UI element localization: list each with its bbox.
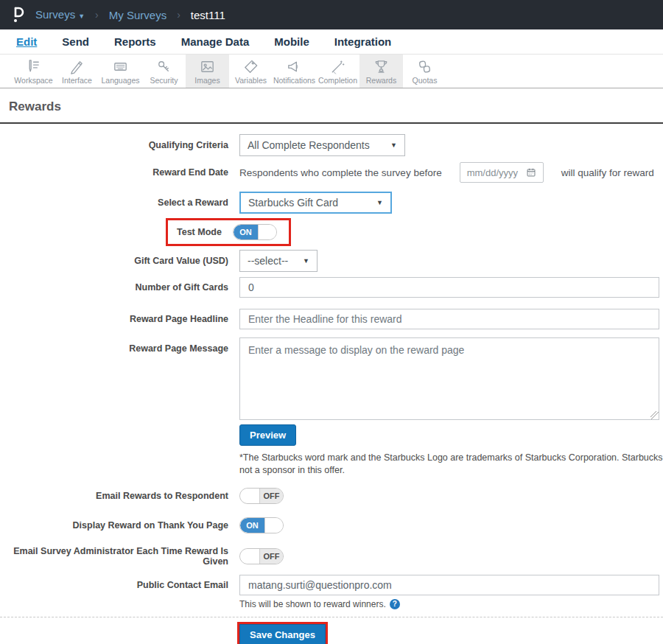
num-gift-cards-label: Number of Gift Cards [0, 282, 228, 293]
variables-icon [242, 58, 259, 75]
toolbar-item-rewards[interactable]: Rewards [359, 55, 403, 88]
message-row: Reward Page Message [0, 337, 663, 420]
select-reward-row: Select a Reward Starbucks Gift Card ▼ [0, 192, 663, 214]
public-email-label: Public Contact Email [0, 580, 228, 590]
toolbar-item-workspace[interactable]: Workspace [12, 55, 55, 88]
headline-input[interactable] [239, 309, 659, 329]
public-email-helper-text: This will be shown to reward winners. [239, 599, 386, 609]
calendar-icon [526, 167, 536, 178]
num-gift-cards-input[interactable] [239, 277, 659, 298]
gift-card-value-select[interactable]: --select-- ▼ [239, 250, 318, 272]
rewards-icon [373, 58, 390, 75]
gift-card-value-row: Gift Card Value (USD) --select-- ▼ [0, 250, 663, 272]
qualifying-criteria-row: Qualifying Criteria All Complete Respond… [0, 134, 663, 156]
breadcrumb-separator-icon: › [177, 9, 180, 21]
email-rewards-toggle[interactable]: OFF [239, 488, 284, 504]
qualifying-criteria-select[interactable]: All Complete Respondents ▼ [239, 134, 405, 156]
email-admin-label: Email Survey Administrator Each Time Rew… [0, 546, 228, 567]
test-mode-toggle[interactable]: ON [233, 224, 277, 240]
tab-manage-data[interactable]: Manage Data [181, 35, 250, 48]
tab-mobile[interactable]: Mobile [274, 35, 309, 48]
completion-icon [329, 58, 346, 75]
select-caret-icon: ▼ [382, 141, 397, 149]
preview-button[interactable]: Preview [239, 424, 296, 446]
toolbar-item-languages[interactable]: Languages [99, 55, 142, 88]
quotas-icon [416, 58, 433, 75]
tab-integration[interactable]: Integration [334, 35, 392, 48]
preview-row: Preview [239, 424, 659, 446]
select-caret-icon: ▼ [294, 257, 309, 265]
footer-dashed-divider [0, 617, 663, 617]
notifications-icon [286, 58, 303, 75]
page-title: Rewards [9, 99, 654, 114]
breadcrumb-separator-icon: › [95, 9, 99, 21]
save-highlight-box: Save Changes [237, 622, 328, 644]
end-date-after-text: will qualify for reward [561, 167, 654, 178]
save-row: Save Changes [237, 622, 663, 644]
public-email-row: Public Contact Email [0, 574, 663, 596]
tab-edit[interactable]: Edit [16, 35, 37, 48]
workspace-icon [25, 58, 42, 75]
reward-end-date-label: Reward End Date [0, 167, 228, 178]
settings-icon-toolbar: Workspace Interface Languages Security I… [0, 55, 663, 88]
toolbar-item-completion[interactable]: Completion [316, 55, 359, 88]
email-admin-toggle[interactable]: OFF [239, 548, 284, 564]
toolbar-item-notifications[interactable]: Notifications [273, 55, 316, 88]
top-header-bar: Surveys▼ › My Surveys › test111 [0, 0, 663, 29]
headline-label: Reward Page Headline [0, 314, 228, 324]
test-mode-label: Test Mode [177, 227, 222, 237]
email-rewards-row: Email Rewards to Respondent OFF [0, 487, 663, 505]
qualifying-criteria-label: Qualifying Criteria [0, 140, 228, 150]
reward-end-date-row: Reward End Date Respondents who complete… [0, 161, 663, 183]
questionpro-logo-icon[interactable] [9, 4, 28, 26]
gift-card-value-label: Gift Card Value (USD) [0, 256, 228, 266]
select-reward-select[interactable]: Starbucks Gift Card ▼ [239, 192, 392, 214]
message-textarea[interactable] [239, 337, 659, 420]
tab-reports[interactable]: Reports [114, 35, 156, 48]
toolbar-item-security[interactable]: Security [142, 55, 186, 88]
public-email-helper-row: This will be shown to reward winners. ? [239, 599, 659, 609]
email-rewards-label: Email Rewards to Respondent [0, 491, 228, 501]
toolbar-item-variables[interactable]: Variables [229, 55, 273, 88]
test-mode-row: Test Mode ON [166, 218, 663, 246]
select-reward-label: Select a Reward [0, 197, 228, 208]
starbucks-trademark-note: *The Starbucks word mark and the Starbuc… [239, 452, 663, 477]
rewards-form: Qualifying Criteria All Complete Respond… [0, 124, 663, 644]
display-reward-label: Display Reward on Thank You Page [0, 520, 228, 531]
security-icon [155, 58, 172, 75]
save-changes-button[interactable]: Save Changes [239, 624, 326, 644]
interface-icon [69, 58, 85, 75]
images-icon [199, 58, 216, 75]
num-gift-cards-row: Number of Gift Cards [0, 276, 663, 298]
public-email-input[interactable] [239, 575, 659, 595]
breadcrumb-surveys[interactable]: Surveys▼ [35, 8, 85, 21]
select-caret-icon: ▼ [368, 199, 383, 206]
main-tab-bar: Edit Send Reports Manage Data Mobile Int… [0, 29, 663, 55]
breadcrumb-my-surveys[interactable]: My Surveys [109, 9, 166, 21]
toolbar-item-interface[interactable]: Interface [55, 55, 99, 88]
toolbar-item-images[interactable]: Images [186, 55, 229, 88]
toolbar-item-quotas[interactable]: Quotas [403, 55, 446, 88]
tab-send[interactable]: Send [62, 35, 89, 48]
breadcrumb-current-survey: test111 [191, 9, 225, 21]
display-reward-row: Display Reward on Thank You Page ON [0, 517, 663, 534]
message-label: Reward Page Message [0, 337, 228, 354]
end-date-before-text: Respondents who complete the survey befo… [239, 167, 442, 178]
test-mode-highlight-box: Test Mode ON [166, 218, 291, 246]
chevron-down-icon: ▼ [78, 13, 85, 20]
reward-end-date-input[interactable]: mm/dd/yyyy [460, 162, 544, 183]
languages-icon [112, 58, 129, 75]
headline-row: Reward Page Headline [0, 308, 663, 330]
help-icon[interactable]: ? [390, 599, 400, 609]
display-reward-toggle[interactable]: ON [239, 517, 284, 533]
email-admin-row: Email Survey Administrator Each Time Rew… [0, 546, 663, 567]
